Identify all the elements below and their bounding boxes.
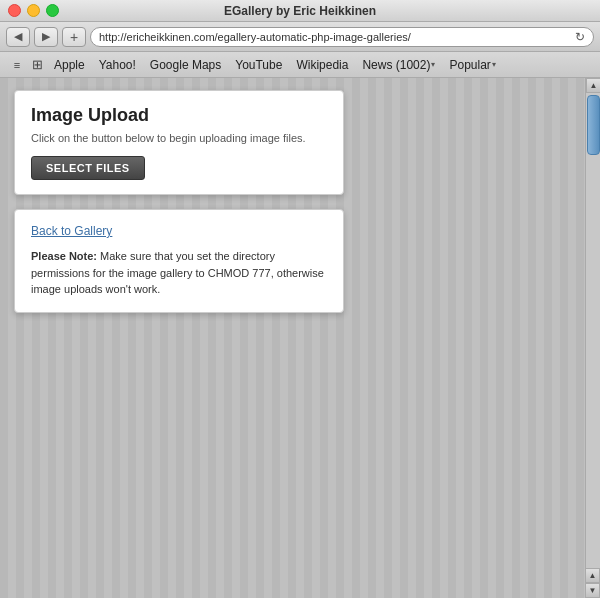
title-bar: EGallery by Eric Heikkinen bbox=[0, 0, 600, 22]
window-title: EGallery by Eric Heikkinen bbox=[224, 4, 376, 18]
bookmark-wikipedia[interactable]: Wikipedia bbox=[290, 56, 354, 74]
scrollbar-track: ▲ bbox=[585, 78, 600, 598]
new-tab-button[interactable]: + bbox=[62, 27, 86, 47]
scrollbar-thumb[interactable] bbox=[587, 95, 600, 155]
scrollbar-up-arrow[interactable]: ▲ bbox=[586, 78, 600, 93]
grid-icon[interactable]: ⊞ bbox=[28, 56, 46, 74]
note-label: Please Note: bbox=[31, 250, 97, 262]
browser-content: Image Upload Click on the button below t… bbox=[0, 78, 600, 598]
bookmarks-bar: ≡ ⊞ Apple Yahoo! Google Maps YouTube Wik… bbox=[0, 52, 600, 78]
panel-subtitle: Click on the button below to begin uploa… bbox=[31, 132, 327, 144]
refresh-button[interactable]: ↻ bbox=[575, 30, 585, 44]
bookmark-apple[interactable]: Apple bbox=[48, 56, 91, 74]
bookmark-youtube[interactable]: YouTube bbox=[229, 56, 288, 74]
chevron-down-icon: ▾ bbox=[431, 60, 435, 69]
nav-bar: ◀ ▶ + http://ericheikkinen.com/egallery-… bbox=[0, 22, 600, 52]
bookmark-popular[interactable]: Popular▾ bbox=[443, 56, 501, 74]
bookmark-news[interactable]: News (1002)▾ bbox=[356, 56, 441, 74]
panel-title: Image Upload bbox=[31, 105, 327, 126]
select-files-button[interactable]: SELECT FILES bbox=[31, 156, 145, 180]
maximize-button[interactable] bbox=[46, 4, 59, 17]
back-to-gallery-link[interactable]: Back to Gallery bbox=[31, 224, 327, 238]
bookmark-google-maps[interactable]: Google Maps bbox=[144, 56, 227, 74]
reader-icon[interactable]: ≡ bbox=[8, 56, 26, 74]
back-button[interactable]: ◀ bbox=[6, 27, 30, 47]
scrollbar-down-arrow-2[interactable]: ▼ bbox=[585, 583, 600, 598]
close-button[interactable] bbox=[8, 4, 21, 17]
forward-button[interactable]: ▶ bbox=[34, 27, 58, 47]
note-paragraph: Please Note: Make sure that you set the … bbox=[31, 248, 327, 298]
minimize-button[interactable] bbox=[27, 4, 40, 17]
info-panel: Back to Gallery Please Note: Make sure t… bbox=[14, 209, 344, 313]
window-controls bbox=[8, 4, 59, 17]
url-bar[interactable]: http://ericheikkinen.com/egallery-automa… bbox=[90, 27, 594, 47]
content-area: Image Upload Click on the button below t… bbox=[0, 78, 600, 598]
bookmark-yahoo[interactable]: Yahoo! bbox=[93, 56, 142, 74]
scrollbar-down-arrow-1[interactable]: ▲ bbox=[585, 568, 600, 583]
chevron-down-icon: ▾ bbox=[492, 60, 496, 69]
url-text: http://ericheikkinen.com/egallery-automa… bbox=[99, 31, 569, 43]
upload-panel: Image Upload Click on the button below t… bbox=[14, 90, 344, 195]
